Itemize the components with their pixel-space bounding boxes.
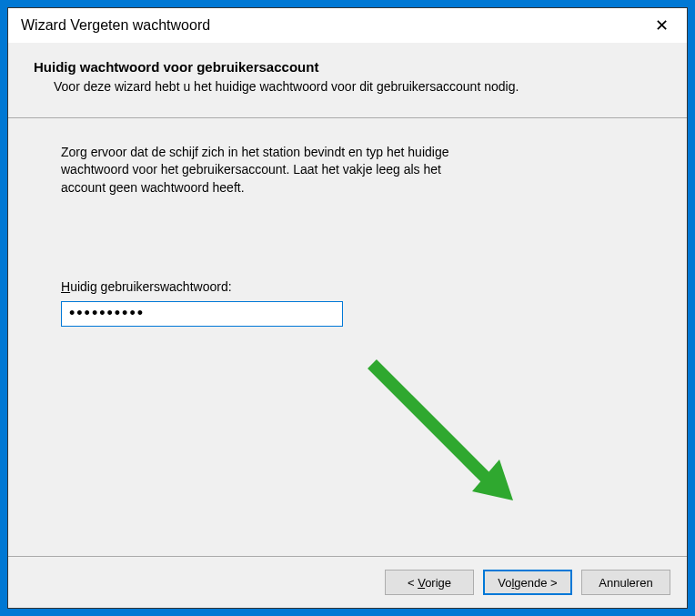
window-title: Wizard Vergeten wachtwoord [21, 17, 210, 34]
titlebar: Wizard Vergeten wachtwoord ✕ [8, 8, 687, 43]
wizard-content: Zorg ervoor dat de schijf zich in het st… [8, 118, 687, 556]
wizard-header-title: Huidig wachtwoord voor gebruikersaccount [34, 59, 661, 75]
wizard-header-description: Voor deze wizard hebt u het huidige wach… [34, 78, 661, 96]
password-label: Huidig gebruikerswachtwoord: [61, 279, 634, 294]
back-button[interactable]: < Vorige [385, 570, 474, 595]
password-input[interactable] [61, 301, 343, 327]
next-button[interactable]: Volgende > [483, 570, 572, 595]
close-icon[interactable]: ✕ [650, 15, 674, 35]
button-bar: < Vorige Volgende > Annuleren [8, 556, 687, 608]
annotation-arrow-icon [354, 355, 536, 519]
wizard-header: Huidig wachtwoord voor gebruikersaccount… [8, 43, 687, 117]
svg-marker-2 [472, 459, 513, 500]
cancel-button[interactable]: Annuleren [581, 570, 670, 595]
password-field-group: Huidig gebruikerswachtwoord: [61, 279, 634, 327]
wizard-window: Wizard Vergeten wachtwoord ✕ Huidig wach… [7, 7, 688, 609]
svg-line-1 [372, 364, 486, 478]
instruction-text: Zorg ervoor dat de schijf zich in het st… [61, 144, 479, 197]
